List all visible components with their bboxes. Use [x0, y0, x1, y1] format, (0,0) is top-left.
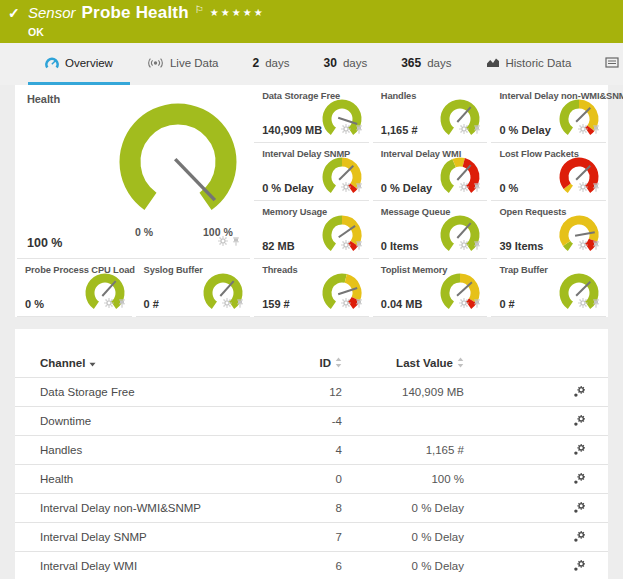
gauge-tile-syslog-buffer[interactable]: Syslog Buffer0 # [136, 259, 251, 317]
table-row[interactable]: Interval Delay SNMP70 % Delay [15, 523, 608, 552]
gauge-tile-lost-flow-packets[interactable]: Lost Flow Packets0 % [491, 143, 606, 201]
gear-icon[interactable] [578, 294, 588, 312]
tile-title: Handles [381, 91, 416, 101]
gear-icon[interactable] [459, 178, 469, 196]
gear-icon[interactable] [578, 236, 588, 254]
tab-label: days [343, 57, 367, 69]
gear-icon[interactable] [218, 232, 228, 249]
tile-title: Interval Delay WMI [381, 149, 461, 159]
sort-icon [457, 357, 464, 370]
gear-icon[interactable] [104, 294, 114, 312]
pin-icon[interactable] [592, 178, 600, 196]
gear-icon[interactable] [459, 236, 469, 254]
channel-last-value: 140,909 MB [343, 378, 465, 407]
tab-number: 30 [324, 56, 337, 70]
channel-last-value: 0 % Delay [343, 552, 465, 579]
gauge-tile-toplist-memory[interactable]: Toplist Memory0.04 MB [373, 259, 488, 317]
gear-icon[interactable] [459, 294, 469, 312]
channel-settings-icon[interactable] [573, 501, 586, 514]
pin-icon[interactable] [473, 294, 481, 312]
status-check-icon: ✓ [8, 5, 20, 21]
channel-last-value: 0 % Delay [343, 494, 465, 523]
channel-settings-icon[interactable] [573, 530, 586, 543]
gauge-tile-probe-process-cpu-load[interactable]: Probe Process CPU Load0 % [17, 259, 132, 317]
gear-icon[interactable] [222, 294, 232, 312]
tab-2-days[interactable]: 2days [236, 43, 307, 85]
tile-title: Interval Delay non-WMI&SNMP [499, 91, 623, 101]
pin-icon[interactable] [473, 120, 481, 138]
column-header-last-value[interactable]: Last Value [343, 349, 465, 378]
gauge-tile-handles[interactable]: Handles1,165 # [373, 85, 488, 143]
tab-365-days[interactable]: 365days [384, 43, 468, 85]
gear-icon[interactable] [578, 178, 588, 196]
table-row[interactable]: Data Storage Free12140,909 MB [15, 378, 608, 407]
pin-icon[interactable] [236, 294, 244, 312]
tile-title: Open Requests [499, 207, 566, 217]
channel-settings-icon[interactable] [573, 385, 586, 398]
health-tile[interactable]: Health 0 % 100 % 100 % [17, 85, 250, 259]
gauges-panel: Health 0 % 100 % 100 % Data Storage Free… [15, 85, 608, 317]
gauge-tile-threads[interactable]: Threads159 # [254, 259, 369, 317]
pin-icon[interactable] [355, 178, 363, 196]
pin-icon[interactable] [232, 232, 240, 249]
live-icon [147, 57, 164, 69]
pin-icon[interactable] [592, 294, 600, 312]
pin-icon[interactable] [473, 236, 481, 254]
pin-icon[interactable] [232, 232, 240, 250]
gauge-tile-interval-delay-snmp[interactable]: Interval Delay SNMP0 % Delay [254, 143, 369, 201]
channel-settings-icon[interactable] [573, 414, 586, 427]
table-row[interactable]: Interval Delay non-WMI&SNMP80 % Delay [15, 494, 608, 523]
tab-overview[interactable]: Overview [28, 43, 130, 85]
table-row[interactable]: Health0100 % [15, 465, 608, 494]
tab-historic-data[interactable]: Historic Data [469, 43, 589, 85]
pin-icon[interactable] [355, 120, 363, 138]
gear-icon[interactable] [341, 236, 351, 254]
pin-icon[interactable] [355, 294, 363, 312]
tile-value: 0 % [25, 298, 44, 310]
gauge-tile-interval-delay-wmi[interactable]: Interval Delay WMI0 % Delay [373, 143, 488, 201]
pin-icon[interactable] [473, 178, 481, 196]
gear-icon[interactable] [578, 120, 588, 138]
gauge-tile-memory-usage[interactable]: Memory Usage82 MB [254, 201, 369, 259]
pin-icon[interactable] [592, 120, 600, 138]
channel-name: Data Storage Free [15, 378, 221, 407]
tile-title: Threads [262, 265, 297, 275]
gear-icon[interactable] [341, 120, 351, 138]
gear-icon[interactable] [341, 294, 351, 312]
gear-icon[interactable] [459, 120, 469, 138]
column-header-id[interactable]: ID [221, 349, 343, 378]
pin-icon[interactable] [592, 236, 600, 254]
channel-settings-icon[interactable] [573, 443, 586, 456]
gear-icon[interactable] [341, 178, 351, 196]
column-header-channel[interactable]: Channel [15, 349, 221, 378]
pin-icon[interactable] [118, 294, 126, 312]
tab-label: days [427, 57, 451, 69]
priority-stars[interactable]: ★★★★★ [210, 7, 265, 18]
gauge-tile-trap-buffer[interactable]: Trap Buffer0 # [491, 259, 606, 317]
health-gauge [108, 98, 248, 230]
tab-bar: OverviewLive Data2days30days365daysHisto… [0, 43, 623, 85]
gauge-tile-open-requests[interactable]: Open Requests39 Items [491, 201, 606, 259]
gauge-tile-data-storage-free[interactable]: Data Storage Free140,909 MB [254, 85, 369, 143]
tab-label: Live Data [170, 57, 219, 69]
tab-log[interactable]: Log [588, 43, 623, 85]
channel-settings-icon[interactable] [573, 472, 586, 485]
gauge-tile-message-queue[interactable]: Message Queue0 Items [373, 201, 488, 259]
log-icon [605, 57, 619, 68]
tile-title: Memory Usage [262, 207, 327, 217]
tab-label: Historic Data [506, 57, 572, 69]
tile-title: Interval Delay SNMP [262, 149, 350, 159]
tab-number: 2 [253, 56, 260, 70]
table-row[interactable]: Interval Delay WMI60 % Delay [15, 552, 608, 579]
tab-live-data[interactable]: Live Data [130, 43, 236, 85]
pin-icon[interactable] [355, 236, 363, 254]
flag-icon[interactable]: ⚐ [195, 4, 204, 15]
table-row[interactable]: Downtime-4 [15, 407, 608, 436]
gear-icon[interactable] [218, 232, 228, 250]
channel-settings-icon[interactable] [573, 559, 586, 572]
gauge-tile-interval-delay-non-wmi-snmp[interactable]: Interval Delay non-WMI&SNMP0 % Delay [491, 85, 606, 143]
table-row[interactable]: Handles41,165 # [15, 436, 608, 465]
tab-30-days[interactable]: 30days [307, 43, 385, 85]
gauge-scale-min: 0 % [135, 226, 153, 238]
channel-table: ChannelIDLast Value Data Storage Free121… [15, 349, 608, 579]
